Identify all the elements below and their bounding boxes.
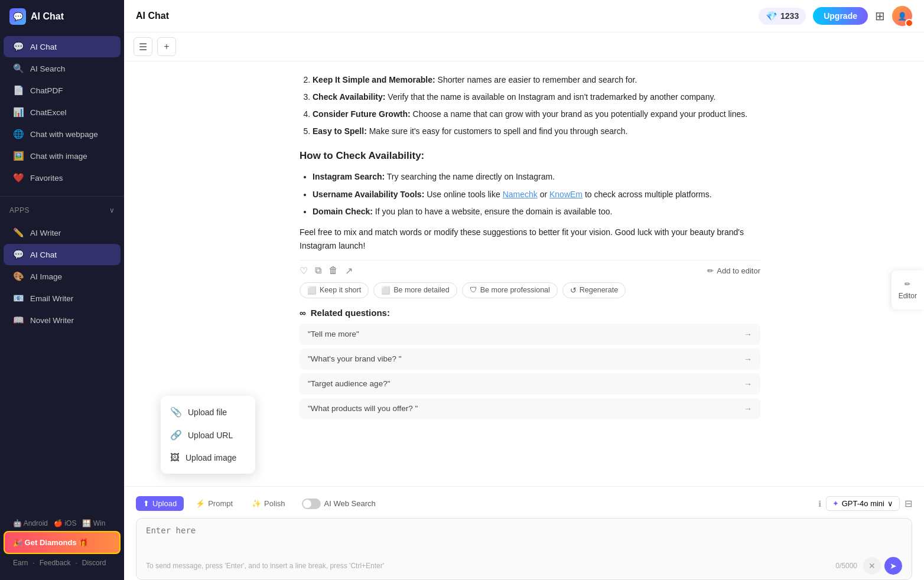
related-question-4[interactable]: "What products will you offer? " → [300,398,760,419]
share-icon[interactable]: ↗ [345,265,353,276]
diamonds-badge[interactable]: 💎 1233 [759,8,806,25]
related-question-1[interactable]: "Tell me more" → [300,324,760,345]
upload-popup: 📎 Upload file 🔗 Upload URL 🖼 Upload imag… [161,396,255,474]
arrow-icon: → [744,379,752,389]
more-detailed-button[interactable]: ⬜ Be more detailed [373,282,457,298]
sidebar-item-chat-pdf[interactable]: 📄ChatPDF [4,80,121,101]
diamond-icon: 💎 [766,11,777,22]
model-selector[interactable]: ✦ GPT-4o mini ∨ [826,496,900,511]
chat-toolbar: ☰ + [124,32,924,61]
polish-tab-icon: ✨ [252,499,261,508]
sidebar-item-chat-webpage[interactable]: 🌐Chat with webpage [4,123,121,145]
related-title: ∞ Related questions: [300,308,760,318]
chevron-down-icon: ∨ [887,499,893,508]
edit-icon: ✏ [707,266,714,275]
clear-button[interactable]: ✕ [863,557,881,575]
app-item-novel-writer[interactable]: 📖Novel Writer [4,309,121,331]
like-icon[interactable]: ♡ [300,265,308,276]
platform-android[interactable]: 🤖 Android [13,519,48,527]
chat-pdf-icon: 📄 [13,85,24,96]
related-questions: ∞ Related questions: "Tell me more" → "W… [300,308,760,419]
platform-win[interactable]: 🪟 Win [82,519,105,527]
toggle-knob [303,500,311,508]
send-button[interactable]: ➤ [884,557,902,575]
main-content: AI Chat 💎 1233 Upgrade ⊞ 👤 ☰ + Keep It S… [124,0,924,580]
avatar[interactable]: 👤 [892,6,912,26]
namechk-link[interactable]: Namechk [503,190,538,199]
upload-tab[interactable]: ⬆ Upload [136,496,184,511]
sidebar-item-favorites[interactable]: ❤️Favorites [4,167,121,188]
upload-file-icon: 📎 [170,406,182,418]
list-view-button[interactable]: ☰ [134,37,152,56]
app-item-email-writer[interactable]: 📧Email Writer [4,288,121,309]
add-to-editor-button[interactable]: ✏ Add to editor [707,266,760,275]
text-input-wrap: To send message, press 'Enter', and to i… [136,518,912,580]
upload-image-option[interactable]: 🖼 Upload image [161,447,255,469]
sidebar-item-chat-image[interactable]: 🖼️Chat with image [4,145,121,167]
trash-icon[interactable]: 🗑 [328,265,338,276]
app-item-ai-writer[interactable]: ✏️AI Writer [4,222,121,243]
sidebar-item-ai-search[interactable]: 🔍AI Search [4,58,121,79]
nav-divider [0,196,124,197]
apps-nav: ✏️AI Writer💬AI Chat🎨AI Image📧Email Write… [0,219,124,334]
sidebar-item-chat-excel[interactable]: 📊ChatExcel [4,102,121,123]
footer-link-feedback[interactable]: Feedback [40,559,71,567]
footer-link-earn[interactable]: Earn [13,559,28,567]
sidebar-footer: Earn·Feedback·Discord [4,554,121,574]
get-diamonds-button[interactable]: 🎉 Get Diamonds 🎁 [4,531,121,554]
prompt-tab-icon: ⚡ [196,499,205,508]
email-writer-app-icon: 📧 [13,293,24,304]
logo-icon: 💬 [9,8,26,25]
ai-web-search-toggle[interactable] [302,498,321,509]
new-chat-button[interactable]: + [157,37,176,56]
novel-writer-app-icon: 📖 [13,315,24,325]
footer-link-discord[interactable]: Discord [82,559,106,567]
sidebar-nav: 💬AI Chat🔍AI Search📄ChatPDF📊ChatExcel🌐Cha… [0,33,124,191]
platform-links: 🤖 Android🍎 iOS🪟 Win [4,516,121,531]
more-detailed-icon: ⬜ [381,286,391,295]
copy-icon[interactable]: ⧉ [315,265,321,276]
upload-file-option[interactable]: 📎 Upload file [161,400,255,423]
upload-url-option[interactable]: 🔗 Upload URL [161,423,255,447]
platform-ios[interactable]: 🍎 iOS [54,519,76,527]
chat-image-icon: 🖼️ [13,151,24,161]
related-icon: ∞ [300,308,306,318]
sidebar-logo[interactable]: 💬 AI Chat [0,0,124,33]
regenerate-button[interactable]: ↺ Regenerate [562,282,626,298]
related-question-3[interactable]: "Target audience age?" → [300,373,760,395]
ai-image-app-icon: 🎨 [13,271,24,282]
related-question-2[interactable]: "What's your brand vibe? " → [300,348,760,370]
model-icon: ✦ [832,499,839,508]
input-footer: To send message, press 'Enter', and to i… [136,553,912,579]
app-item-ai-chat-app[interactable]: 💬AI Chat [4,244,121,265]
edit-pen-icon: ✏ [905,280,910,288]
info-icon[interactable]: ℹ [818,499,821,509]
keep-short-icon: ⬜ [307,286,317,295]
sidebar: 💬 AI Chat 💬AI Chat🔍AI Search📄ChatPDF📊Cha… [0,0,124,580]
upload-image-icon: 🖼 [170,452,180,463]
arrow-icon: → [744,330,752,339]
action-bar: ♡ ⧉ 🗑 ↗ ✏ Add to editor [300,260,760,276]
keep-short-button[interactable]: ⬜ Keep it short [300,282,369,298]
knowem-link[interactable]: KnowEm [549,190,583,199]
grid-icon[interactable]: ⊞ [875,9,885,23]
input-toolbar: ⬆ Upload ⚡ Prompt ✨ Polish AI Web Search… [136,493,912,514]
get-diamonds-label: 🎉 Get Diamonds 🎁 [13,538,88,547]
page-title: AI Chat [136,11,169,21]
avatar-notification-badge [905,19,913,27]
message-input[interactable] [136,519,912,552]
response-text: Keep It Simple and Memorable: Shorter na… [300,73,760,253]
polish-tab[interactable]: ✨ Polish [245,496,292,511]
input-hint: To send message, press 'Enter', and to i… [146,562,384,570]
sidebar-item-ai-chat[interactable]: 💬AI Chat [4,36,121,57]
app-item-ai-image[interactable]: 🎨AI Image [4,266,121,287]
upload-url-icon: 🔗 [170,429,182,441]
more-professional-button[interactable]: 🛡 Be more professional [462,282,558,298]
upgrade-button[interactable]: Upgrade [813,7,868,25]
input-toolbar-right: ℹ ✦ GPT-4o mini ∨ ⊟ [818,496,912,511]
arrow-icon: → [744,404,752,413]
prompt-tab[interactable]: ⚡ Prompt [188,496,240,511]
chat-content: Keep It Simple and Memorable: Shorter na… [300,73,760,419]
editor-panel[interactable]: ✏ Editor [892,271,924,309]
format-icon[interactable]: ⊟ [905,498,912,509]
